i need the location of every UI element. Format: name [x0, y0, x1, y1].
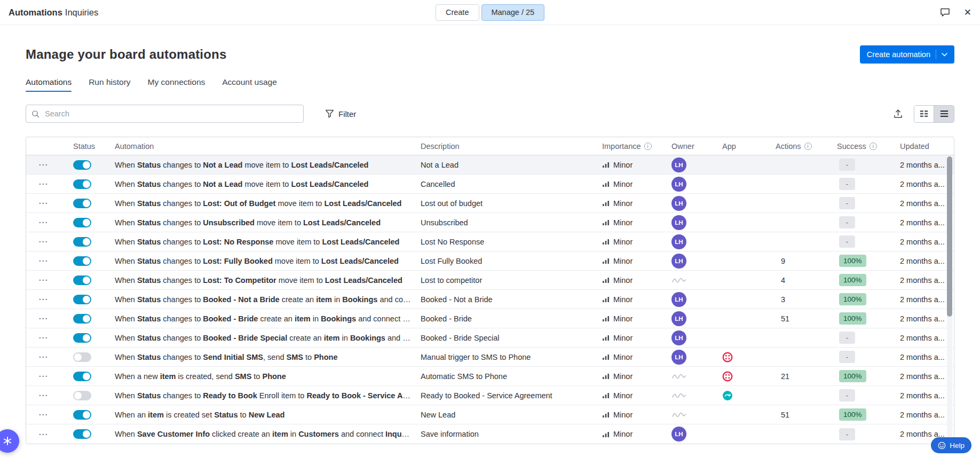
row-menu-button[interactable]: ⋯: [35, 429, 51, 439]
owner-avatar[interactable]: LH: [671, 157, 686, 172]
feedback-bubble-icon[interactable]: [939, 6, 951, 18]
status-toggle[interactable]: [73, 352, 91, 362]
tab-automations[interactable]: Automations: [26, 77, 72, 92]
automation-summary[interactable]: When Status changes to Lost: Out of Budg…: [112, 194, 417, 212]
status-toggle[interactable]: [73, 429, 91, 439]
status-toggle[interactable]: [73, 295, 91, 304]
status-toggle[interactable]: [73, 314, 91, 324]
status-toggle[interactable]: [73, 372, 91, 381]
status-toggle[interactable]: [73, 333, 91, 343]
tab-my-connections[interactable]: My connections: [148, 77, 206, 92]
search-box[interactable]: [26, 105, 304, 123]
column-header-status[interactable]: Status: [60, 142, 112, 151]
scrollbar-thumb[interactable]: [947, 156, 952, 317]
asterisk-icon: [3, 436, 12, 446]
status-toggle[interactable]: [73, 410, 91, 420]
status-toggle[interactable]: [73, 256, 91, 266]
owner-signature-avatar[interactable]: [671, 369, 686, 384]
column-header-updated[interactable]: Updated: [897, 142, 954, 151]
row-menu-button[interactable]: ⋯: [35, 256, 51, 266]
create-tab-button[interactable]: Create: [436, 4, 479, 21]
row-menu-button[interactable]: ⋯: [35, 313, 51, 324]
owner-avatar[interactable]: LH: [671, 196, 686, 211]
owner-avatar[interactable]: LH: [671, 427, 686, 442]
enroll-app-icon: [722, 390, 733, 401]
row-menu-button[interactable]: ⋯: [35, 237, 51, 247]
row-menu-button[interactable]: ⋯: [35, 275, 51, 285]
column-header-importance[interactable]: Importancei: [599, 142, 668, 151]
split-view-button[interactable]: [914, 106, 934, 122]
export-icon[interactable]: [892, 108, 904, 120]
row-menu-button[interactable]: ⋯: [35, 217, 51, 227]
automation-summary[interactable]: When Status changes to Unsubscribed move…: [112, 213, 417, 232]
search-input[interactable]: [44, 109, 298, 119]
automation-summary[interactable]: When an item is created set Status to Ne…: [112, 405, 417, 424]
status-toggle[interactable]: [73, 237, 91, 247]
automation-summary[interactable]: When Status changes to Booked - Not a Br…: [112, 290, 417, 309]
automation-summary[interactable]: When Status changes to Booked - Bride cr…: [112, 309, 417, 328]
importance-cell: Minor: [599, 405, 668, 424]
automation-summary[interactable]: When Status changes to Send Initial SMS,…: [112, 348, 417, 366]
row-menu-button[interactable]: ⋯: [35, 352, 51, 362]
row-menu-button[interactable]: ⋯: [35, 333, 51, 343]
owner-avatar[interactable]: LH: [671, 234, 686, 249]
info-icon[interactable]: i: [804, 143, 812, 150]
owner-avatar[interactable]: LH: [671, 215, 686, 230]
owner-signature-avatar[interactable]: [671, 273, 686, 288]
success-cell: -: [834, 386, 897, 405]
row-menu-button[interactable]: ⋯: [35, 409, 51, 420]
manage-tab-button[interactable]: Manage / 25: [481, 4, 544, 21]
actions-count: 51: [772, 309, 834, 328]
owner-avatar[interactable]: LH: [671, 177, 686, 192]
column-header-actions[interactable]: Actionsi: [772, 142, 834, 151]
tab-account-usage[interactable]: Account usage: [222, 77, 277, 92]
automation-summary[interactable]: When Status changes to Lost: No Response…: [112, 232, 417, 251]
status-toggle[interactable]: [73, 199, 91, 208]
owner-avatar[interactable]: LH: [671, 292, 686, 307]
column-header-success[interactable]: Successi: [834, 142, 897, 151]
column-header-description[interactable]: Description: [417, 142, 599, 151]
status-toggle[interactable]: [73, 275, 91, 285]
row-menu-button[interactable]: ⋯: [35, 160, 51, 170]
row-menu-button[interactable]: ⋯: [35, 198, 51, 208]
create-automation-button[interactable]: Create automation: [860, 45, 954, 64]
column-header-owner[interactable]: Owner: [668, 142, 719, 151]
info-icon[interactable]: i: [644, 143, 652, 150]
row-menu-button[interactable]: ⋯: [35, 390, 51, 400]
list-view-button[interactable]: [934, 106, 954, 122]
automation-summary[interactable]: When a new item is created, send SMS to …: [112, 367, 417, 385]
status-toggle[interactable]: [73, 218, 91, 227]
owner-avatar[interactable]: LH: [671, 350, 686, 365]
smiley-icon: [938, 442, 946, 450]
owner-signature-avatar[interactable]: [671, 407, 686, 422]
status-toggle[interactable]: [73, 160, 91, 170]
automation-summary[interactable]: When Status changes to Booked - Bride Sp…: [112, 328, 417, 347]
column-header-automation[interactable]: Automation: [112, 142, 417, 151]
automation-summary[interactable]: When Status changes to Ready to Book Enr…: [112, 386, 417, 405]
status-toggle[interactable]: [73, 179, 91, 189]
automation-summary[interactable]: When Status changes to Lost: Fully Booke…: [112, 251, 417, 270]
owner-avatar[interactable]: LH: [671, 254, 686, 269]
filter-label: Filter: [338, 109, 356, 119]
owner-cell: LH: [668, 328, 719, 347]
owner-avatar[interactable]: LH: [671, 330, 686, 345]
app-cell: [719, 386, 772, 405]
row-menu-button[interactable]: ⋯: [35, 371, 51, 381]
info-icon[interactable]: i: [870, 143, 877, 150]
automations-fab[interactable]: [0, 429, 19, 453]
status-toggle[interactable]: [73, 391, 91, 400]
close-icon[interactable]: ✕: [963, 7, 973, 18]
importance-bars-icon: [602, 392, 610, 399]
column-header-app[interactable]: App: [719, 142, 772, 151]
automation-summary[interactable]: When Status changes to Lost: To Competit…: [112, 271, 417, 289]
tab-run-history[interactable]: Run history: [89, 77, 130, 92]
filter-button[interactable]: Filter: [320, 106, 361, 122]
automation-summary[interactable]: When Status changes to Not a Lead move i…: [112, 155, 417, 174]
owner-signature-avatar[interactable]: [671, 388, 686, 403]
row-menu-button[interactable]: ⋯: [35, 179, 51, 189]
automation-summary[interactable]: When Status changes to Not a Lead move i…: [112, 175, 417, 193]
owner-avatar[interactable]: LH: [671, 311, 686, 326]
help-button[interactable]: Help: [931, 437, 971, 453]
automation-summary[interactable]: When Save Customer Info clicked create a…: [112, 424, 417, 444]
row-menu-button[interactable]: ⋯: [35, 294, 51, 304]
